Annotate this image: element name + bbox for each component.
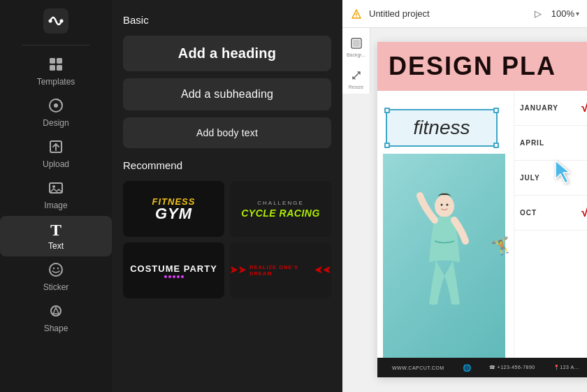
sidebar-item-design[interactable]: Design [0, 92, 112, 133]
recommend-card-fitness-gym[interactable]: FITNESS GYM [123, 181, 224, 237]
sidebar: Templates Design Upload [0, 0, 112, 392]
basic-section-title: Basic [123, 14, 331, 26]
month-july-label: JULY [520, 174, 540, 182]
design-preview: DESIGN PLA fitness [377, 42, 587, 377]
recommend-grid: FITNESS GYM CHALLENGE CYCLE RACING COSTU… [123, 181, 331, 298]
month-oct-label: OCT [520, 209, 537, 217]
address-text: 📍123 A... [553, 365, 579, 370]
fitness-gym-bottom: GYM [155, 206, 192, 222]
svg-rect-4 [57, 58, 62, 64]
svg-point-13 [50, 263, 62, 276]
recommend-card-cycle-racing[interactable]: CHALLENGE CYCLE RACING [230, 181, 331, 237]
design-icon [48, 98, 64, 115]
preview-bottom-bar: WWW.CAPCUT.COM 🌐 ☎ +123-456-7890 📍123 A.… [377, 358, 587, 377]
topbar-right: ▷ 100% ▾ ↺ [530, 6, 587, 22]
sidebar-item-image-label: Image [44, 201, 67, 210]
svg-point-24 [446, 204, 448, 206]
svg-point-14 [53, 268, 55, 269]
add-subheading-button[interactable]: Add a subheading [123, 78, 331, 110]
svg-point-22 [435, 197, 454, 215]
preview-header-title: DESIGN PLA [389, 52, 556, 81]
text-icon: T [50, 222, 61, 238]
sidebar-item-text-label: Text [48, 241, 64, 251]
costume-dots [164, 275, 184, 278]
preview-right-col: JANUARY √ APRIL · JULY · OCT √ [514, 91, 587, 377]
sidebar-item-upload[interactable]: Upload [0, 133, 112, 175]
january-check: √ [581, 101, 587, 115]
shape-icon [48, 303, 64, 321]
sidebar-item-upload-label: Upload [43, 159, 69, 169]
costume-party-label: COSTUME PARTY [130, 263, 217, 274]
sticker-icon [48, 262, 64, 280]
month-row-oct: OCT √ [514, 196, 587, 231]
realize-dream-label: REALIZE ONE'S DREAM [249, 264, 312, 277]
globe-icon: 🌐 [463, 364, 471, 372]
center-panel: Basic Add a heading Add a subheading Add… [112, 0, 342, 392]
month-row-july: JULY · [514, 161, 587, 196]
svg-point-1 [49, 20, 52, 23]
add-body-button[interactable]: Add body text [123, 117, 331, 148]
recommend-card-costume-party[interactable]: COSTUME PARTY [123, 242, 224, 298]
website-text: WWW.CAPCUT.COM [392, 365, 444, 370]
recommend-card-realize-dream[interactable]: ⮞⮞ REALIZE ONE'S DREAM ⮜⮜ [230, 242, 331, 298]
sidebar-item-sticker[interactable]: Sticker [0, 256, 112, 298]
svg-point-15 [57, 268, 59, 269]
cycle-racing-label: CYCLE RACING [241, 208, 320, 219]
sidebar-item-shape-label: Shape [44, 324, 68, 333]
add-heading-button[interactable]: Add a heading [123, 36, 331, 71]
app-logo [43, 8, 68, 34]
zoom-control[interactable]: 100% ▾ [551, 8, 579, 19]
phone-text: ☎ +123-456-7890 [489, 365, 535, 370]
svg-point-2 [60, 20, 64, 23]
warning-icon [349, 7, 363, 21]
upload-icon [48, 139, 64, 157]
handle-bottom-left[interactable] [384, 143, 390, 148]
sidebar-item-templates-label: Templates [37, 77, 75, 87]
zoom-value: 100% [551, 8, 574, 19]
fitness-text-box[interactable]: fitness [386, 109, 498, 147]
sidebar-item-design-label: Design [43, 118, 68, 128]
canvas-content: DESIGN PLA fitness [342, 28, 587, 392]
sidebar-item-image[interactable]: Image [0, 175, 112, 216]
templates-icon [48, 57, 64, 74]
sidebar-item-text[interactable]: T Text [0, 216, 112, 256]
canvas-area: Untitled project ▷ 100% ▾ ↺ Backgr... [342, 0, 587, 392]
image-icon [48, 180, 64, 198]
sidebar-item-shape[interactable]: Shape [0, 298, 112, 339]
canvas-topbar: Untitled project ▷ 100% ▾ ↺ [342, 0, 587, 28]
preview-header: DESIGN PLA [377, 42, 587, 91]
sidebar-item-templates[interactable]: Templates [0, 51, 112, 92]
project-title: Untitled project [369, 8, 525, 19]
cycle-challenge-label: CHALLENGE [257, 200, 303, 206]
yoga-photo [383, 154, 505, 370]
fitness-box-text: fitness [414, 117, 470, 139]
recommend-title: Recommend [123, 159, 331, 171]
svg-rect-5 [50, 65, 55, 71]
handle-bottom-right[interactable] [493, 143, 499, 148]
svg-point-12 [52, 185, 55, 188]
svg-rect-6 [57, 65, 62, 71]
month-row-january: JANUARY √ [514, 91, 587, 126]
month-april-label: APRIL [520, 139, 544, 147]
svg-point-18 [356, 16, 357, 17]
oct-check: √ [581, 205, 587, 220]
sidebar-item-sticker-label: Sticker [43, 282, 69, 292]
handle-top-left[interactable] [384, 108, 390, 113]
svg-rect-3 [50, 58, 55, 64]
svg-point-8 [54, 103, 58, 108]
month-january-label: JANUARY [520, 104, 558, 112]
zoom-chevron-icon: ▾ [576, 10, 579, 17]
handle-top-right[interactable] [493, 108, 499, 113]
sidebar-divider [22, 45, 89, 45]
month-row-april: APRIL · [514, 126, 587, 161]
play-button[interactable]: ▷ [530, 6, 546, 22]
svg-point-23 [440, 204, 442, 206]
